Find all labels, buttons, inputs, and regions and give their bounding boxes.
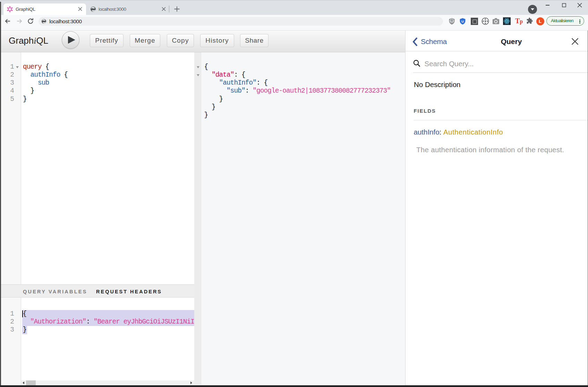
svg-text:U: U bbox=[461, 19, 464, 23]
svg-text:UO: UO bbox=[450, 20, 453, 22]
